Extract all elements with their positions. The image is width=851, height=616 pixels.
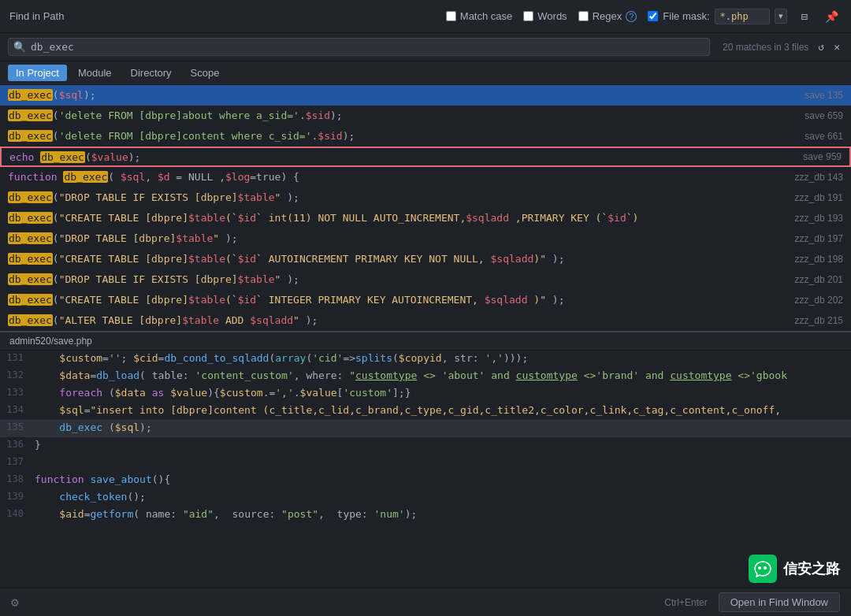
line-content: $sql="insert into [dbpre]content (c_titl…: [35, 403, 851, 417]
table-row[interactable]: echo db_exec($value); save 959: [0, 147, 851, 167]
code-line: 131 $custom=''; $cid=db_cond_to_sqladd(a…: [0, 351, 851, 368]
line-content: $aid=getform( name: "aid", source: "post…: [35, 507, 851, 521]
refresh-icon[interactable]: ↺: [815, 39, 827, 54]
file-mask-option[interactable]: File mask: ▾: [648, 9, 786, 24]
code-line: 140 $aid=getform( name: "aid", source: "…: [0, 507, 851, 524]
gear-icon[interactable]: ⚙: [11, 595, 19, 610]
line-content: foreach ($data as $value){$custom.=','.$…: [35, 385, 851, 400]
bottom-bar: ⚙ Ctrl+Enter Open in Find Window: [0, 588, 851, 616]
line-content: check_token();: [35, 489, 851, 504]
words-checkbox[interactable]: [523, 11, 533, 21]
result-file: zzz_db 202: [795, 295, 843, 306]
table-row[interactable]: db_exec('delete FROM [dbpre]about where …: [0, 106, 851, 126]
result-code: db_exec("DROP TABLE [dbpre]$table" );: [8, 232, 782, 244]
line-number: 139: [0, 489, 35, 502]
match-highlight: db_exec: [8, 89, 53, 101]
line-content: db_exec ($sql);: [35, 420, 851, 435]
code-line: 133 foreach ($data as $value){$custom.='…: [0, 385, 851, 403]
result-file: save 661: [805, 131, 843, 142]
code-line-highlight: 135 db_exec ($sql);: [0, 420, 851, 437]
line-content: [35, 455, 851, 469]
result-file: zzz_db 201: [795, 274, 843, 285]
tab-scope[interactable]: Scope: [183, 65, 228, 81]
header-bar: Find in Path Match case Words Regex ? Fi…: [0, 0, 851, 33]
result-code: echo db_exec($value);: [9, 151, 790, 163]
search-input[interactable]: [31, 41, 704, 53]
results-list: db_exec($sql); save 135 db_exec('delete …: [0, 85, 851, 331]
table-row[interactable]: db_exec("DROP TABLE IF EXISTS [dbpre]$ta…: [0, 187, 851, 208]
table-row[interactable]: db_exec("CREATE TABLE [dbpre]$table(`$id…: [0, 290, 851, 310]
result-file: zzz_db 198: [795, 254, 843, 265]
bottom-right: Ctrl+Enter Open in Find Window: [664, 592, 840, 612]
line-number: 133: [0, 385, 35, 398]
code-line: 139 check_token();: [0, 489, 851, 507]
regex-label: Regex: [593, 10, 622, 22]
table-row[interactable]: db_exec("CREATE TABLE [dbpre]$table(`$id…: [0, 208, 851, 228]
result-file: zzz_db 197: [795, 233, 843, 244]
regex-checkbox[interactable]: [578, 11, 589, 21]
result-file: zzz_db 143: [795, 172, 843, 183]
line-content: $data=db_load( table: 'content_custom', …: [35, 368, 851, 383]
watermark: 信安之路: [749, 555, 840, 583]
result-code: db_exec("DROP TABLE IF EXISTS [dbpre]$ta…: [8, 191, 782, 203]
header-title: Find in Path: [9, 10, 64, 22]
table-row[interactable]: function db_exec( $sql, $d = NULL ,$log=…: [0, 167, 851, 187]
main-content: db_exec($sql); save 135 db_exec('delete …: [0, 85, 851, 613]
pin-icon[interactable]: 📌: [822, 9, 842, 24]
search-bar: 🔍 20 matches in 3 files ↺ ✕: [0, 33, 851, 61]
search-actions: ↺ ✕: [815, 39, 843, 54]
line-number: 131: [0, 351, 35, 363]
line-content: }: [35, 437, 851, 452]
search-icon: 🔍: [13, 41, 26, 53]
search-input-wrap: 🔍: [8, 38, 710, 56]
result-code: db_exec("CREATE TABLE [dbpre]$table(`$id…: [8, 294, 782, 306]
line-number: 136: [0, 437, 35, 450]
filter-icon[interactable]: ⊟: [798, 9, 811, 24]
line-number: 140: [0, 507, 35, 519]
file-mask-checkbox[interactable]: [648, 11, 658, 21]
result-code: db_exec("DROP TABLE IF EXISTS [dbpre]$ta…: [8, 273, 782, 285]
line-number: 135: [0, 420, 35, 432]
table-row[interactable]: db_exec($sql); save 135: [0, 85, 851, 106]
tab-directory[interactable]: Directory: [123, 65, 180, 81]
table-row[interactable]: db_exec('delete FROM [dbpre]content wher…: [0, 126, 851, 147]
table-row[interactable]: db_exec("DROP TABLE [dbpre]$table" ); zz…: [0, 228, 851, 249]
file-mask-label: File mask:: [663, 10, 709, 22]
result-file: save 959: [803, 151, 842, 162]
table-row[interactable]: db_exec("DROP TABLE IF EXISTS [dbpre]$ta…: [0, 269, 851, 290]
result-code: function db_exec( $sql, $d = NULL ,$log=…: [8, 171, 782, 183]
result-code: db_exec("ALTER TABLE [dbpre]$table ADD $…: [8, 314, 782, 326]
tab-in-project[interactable]: In Project: [8, 65, 67, 81]
line-number: 137: [0, 455, 35, 467]
file-mask-dropdown-btn[interactable]: ▾: [775, 9, 787, 24]
line-content: function save_about(){: [35, 472, 851, 487]
code-line: 138 function save_about(){: [0, 472, 851, 489]
table-row[interactable]: db_exec("ALTER TABLE [dbpre]$table ADD $…: [0, 310, 851, 331]
result-code: db_exec('delete FROM [dbpre]content wher…: [8, 130, 792, 142]
result-file: zzz_db 191: [795, 192, 843, 203]
svg-point-1: [764, 566, 767, 570]
tabs-bar: In Project Module Directory Scope: [0, 61, 851, 85]
code-viewer: admin520/save.php 131 $custom=''; $cid=d…: [0, 331, 851, 613]
line-number: 138: [0, 472, 35, 484]
line-number: 134: [0, 403, 35, 415]
code-file-header: admin520/save.php: [0, 332, 851, 351]
wechat-icon: [749, 555, 777, 583]
file-mask-input[interactable]: [715, 9, 770, 24]
regex-help-icon[interactable]: ?: [626, 11, 637, 22]
match-case-checkbox[interactable]: [446, 11, 456, 21]
tab-module[interactable]: Module: [70, 65, 120, 81]
regex-option[interactable]: Regex ?: [578, 10, 637, 22]
code-line: 134 $sql="insert into [dbpre]content (c_…: [0, 403, 851, 420]
code-line: 136 }: [0, 437, 851, 455]
words-option[interactable]: Words: [523, 10, 567, 22]
open-in-find-window-button[interactable]: Open in Find Window: [719, 592, 840, 612]
table-row[interactable]: db_exec("CREATE TABLE [dbpre]$table(`$id…: [0, 249, 851, 269]
code-line: 132 $data=db_load( table: 'content_custo…: [0, 368, 851, 385]
close-search-icon[interactable]: ✕: [831, 39, 843, 54]
line-number: 132: [0, 368, 35, 380]
svg-point-0: [758, 566, 761, 570]
watermark-text: 信安之路: [783, 559, 840, 578]
match-case-option[interactable]: Match case: [446, 10, 512, 22]
result-file: save 659: [805, 110, 843, 121]
